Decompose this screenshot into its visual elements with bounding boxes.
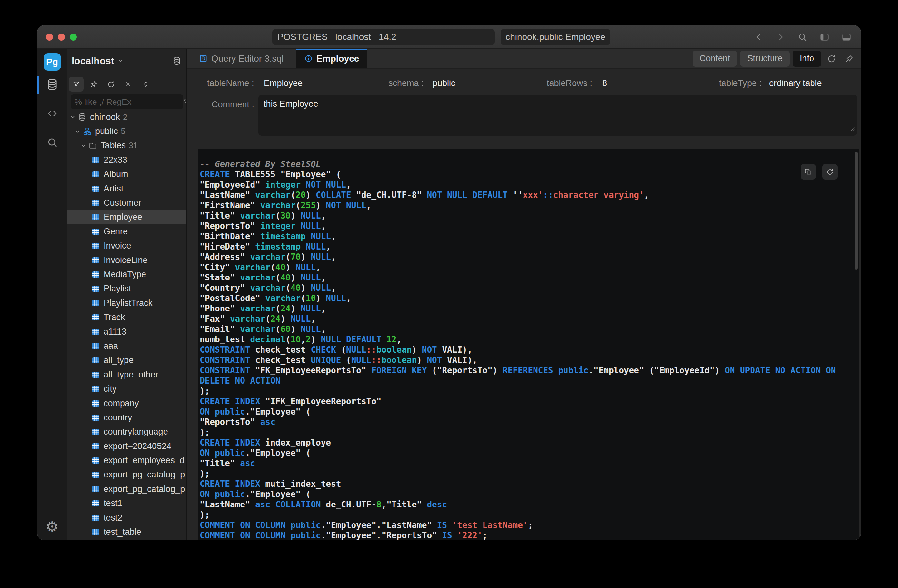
copy-code-button[interactable] bbox=[801, 164, 816, 180]
code-line: ON public."Employee" ( bbox=[200, 407, 859, 417]
tree-item-city[interactable]: city bbox=[67, 382, 186, 396]
resize-grip-icon[interactable] bbox=[849, 124, 855, 134]
back-icon[interactable] bbox=[753, 32, 764, 42]
tree-item-test2[interactable]: test2 bbox=[67, 511, 186, 525]
tree-item-label: Tables bbox=[101, 141, 126, 150]
filter-button[interactable] bbox=[69, 77, 83, 92]
tree-item-all_type_other[interactable]: all_type_other bbox=[67, 367, 186, 382]
tree-item-label: Playlist bbox=[103, 284, 131, 294]
toggle-sidebar-icon[interactable] bbox=[819, 32, 830, 42]
tree-item-test1[interactable]: test1 bbox=[67, 496, 186, 511]
tree-item-Track[interactable]: Track bbox=[67, 310, 186, 324]
code-line: "Country" varchar(40) NULL, bbox=[200, 283, 859, 293]
refresh-button[interactable] bbox=[103, 77, 118, 92]
tree-item-a1113[interactable]: a1113 bbox=[67, 325, 186, 339]
tab-employee[interactable]: Employee bbox=[296, 49, 368, 68]
chevron-down-icon[interactable] bbox=[80, 142, 87, 149]
code-line: "Title" asc bbox=[200, 458, 859, 468]
code-line: numb_test decimal(10,2) NULL DEFAULT 12, bbox=[200, 334, 859, 345]
zoom-window-button[interactable] bbox=[70, 34, 77, 41]
connection-pill[interactable]: POSTGRES localhost 14.2 bbox=[272, 29, 495, 45]
schema-label: schema : bbox=[388, 78, 424, 88]
refresh-icon[interactable] bbox=[824, 51, 839, 66]
tree-item-label: Track bbox=[103, 312, 125, 322]
content-view-button[interactable]: Content bbox=[692, 51, 737, 67]
tree-item-Genre[interactable]: Genre bbox=[67, 224, 186, 238]
server-database-icon[interactable] bbox=[172, 57, 181, 66]
rail-item-query[interactable] bbox=[37, 100, 67, 129]
sort-button[interactable] bbox=[138, 77, 153, 92]
tree-item-public[interactable]: public5 bbox=[67, 124, 186, 138]
minimize-window-button[interactable] bbox=[58, 34, 65, 41]
code-line: COMMENT ON COLUMN public."Employee"."Las… bbox=[200, 520, 859, 530]
tree-item-label: Album bbox=[103, 169, 128, 179]
collapse-button[interactable] bbox=[121, 77, 136, 92]
table-path-pill[interactable]: chinook.public.Employee bbox=[501, 29, 610, 45]
close-window-button[interactable] bbox=[46, 34, 53, 41]
schema-value: public bbox=[432, 78, 455, 88]
filter-icon[interactable] bbox=[183, 98, 187, 105]
chevron-down-icon[interactable] bbox=[69, 114, 76, 121]
table-icon bbox=[91, 199, 100, 207]
tree-item-label: Employee bbox=[103, 212, 142, 222]
code-line: COMMENT ON COLUMN public."Employee"."Rep… bbox=[200, 530, 859, 540]
rail-item-search[interactable] bbox=[37, 129, 67, 158]
tree-item-Employee[interactable]: Employee bbox=[67, 210, 186, 224]
tree-item-Invoice[interactable]: Invoice bbox=[67, 239, 186, 253]
code-line: "Fax" varchar(24) NULL, bbox=[200, 314, 859, 324]
tree-item-Artist[interactable]: Artist bbox=[67, 181, 186, 196]
code-line: "Email" varchar(60) NULL, bbox=[200, 324, 859, 334]
tree-item-export–20240524[interactable]: export–20240524 bbox=[67, 439, 186, 453]
pin-icon[interactable] bbox=[842, 51, 857, 66]
comment-textarea[interactable]: this Employee bbox=[258, 95, 857, 136]
postgres-logo[interactable]: Pg bbox=[43, 53, 61, 71]
toggle-bottom-panel-icon[interactable] bbox=[841, 32, 852, 42]
settings-gear-icon[interactable]: ⚙ bbox=[46, 518, 58, 535]
tree-item-Playlist[interactable]: Playlist bbox=[67, 282, 186, 296]
search-icon[interactable] bbox=[797, 32, 808, 42]
tree-item-aaa[interactable]: aaa bbox=[67, 339, 186, 353]
pin-button[interactable] bbox=[86, 77, 101, 92]
tree-item-export_pg_catalog_p[interactable]: export_pg_catalog_p bbox=[67, 482, 186, 496]
tree-item-company[interactable]: company bbox=[67, 396, 186, 410]
structure-view-button[interactable]: Structure bbox=[740, 51, 790, 67]
database-icon bbox=[78, 113, 86, 121]
tree-item-chinook[interactable]: chinook2 bbox=[67, 110, 186, 124]
table-type-value: ordinary table bbox=[769, 78, 822, 88]
tree-item-22x33[interactable]: 22x33 bbox=[67, 153, 186, 167]
forward-icon[interactable] bbox=[775, 32, 786, 42]
table-icon bbox=[91, 227, 100, 236]
chevron-down-icon[interactable] bbox=[117, 58, 123, 64]
sidebar-search-input[interactable] bbox=[74, 97, 183, 107]
rail-item-databases[interactable] bbox=[37, 71, 67, 100]
tab-query-editor[interactable]: Query Editor 3.sql bbox=[191, 49, 292, 68]
sidebar-search[interactable] bbox=[71, 94, 183, 109]
tree-item-label: Artist bbox=[103, 184, 123, 194]
tree-item-label: 22x33 bbox=[103, 155, 128, 165]
tree-item-Tables[interactable]: Tables31 bbox=[67, 139, 186, 153]
info-view-button[interactable]: Info bbox=[792, 51, 821, 67]
tree-item-PlaylistTrack[interactable]: PlaylistTrack bbox=[67, 296, 186, 310]
tree-item-countrylanguage[interactable]: countrylanguage bbox=[67, 425, 186, 439]
tree-item-country[interactable]: country bbox=[67, 410, 186, 425]
table-type-label: tableType : bbox=[719, 78, 761, 88]
tree-item-Customer[interactable]: Customer bbox=[67, 196, 186, 210]
tree-item-Album[interactable]: Album bbox=[67, 167, 186, 181]
tree-item-export_pg_catalog_p[interactable]: export_pg_catalog_p bbox=[67, 468, 186, 482]
table-icon bbox=[91, 514, 100, 522]
tree-item-all_type[interactable]: all_type bbox=[67, 353, 186, 367]
tree-item-test_table[interactable]: test_table bbox=[67, 525, 186, 539]
code-line: "HireDate" timestamp NULL, bbox=[200, 241, 859, 252]
chevron-down-icon[interactable] bbox=[74, 128, 81, 135]
tree-item-InvoiceLine[interactable]: InvoiceLine bbox=[67, 253, 186, 267]
refresh-code-button[interactable] bbox=[822, 164, 838, 180]
scrollbar-thumb[interactable] bbox=[855, 152, 858, 270]
tree-item-MediaType[interactable]: MediaType bbox=[67, 267, 186, 281]
main-panel: Query Editor 3.sql Employee Content Stru… bbox=[187, 49, 861, 540]
table-icon bbox=[91, 241, 100, 250]
table-icon bbox=[91, 270, 100, 279]
ddl-code[interactable]: -- Generated By SteelSQLCREATE TABLE555 … bbox=[198, 149, 859, 540]
tree-item-export_employees_de[interactable]: export_employees_de bbox=[67, 453, 186, 467]
connection-name[interactable]: localhost bbox=[72, 55, 114, 66]
tree-item-label: company bbox=[103, 398, 139, 408]
